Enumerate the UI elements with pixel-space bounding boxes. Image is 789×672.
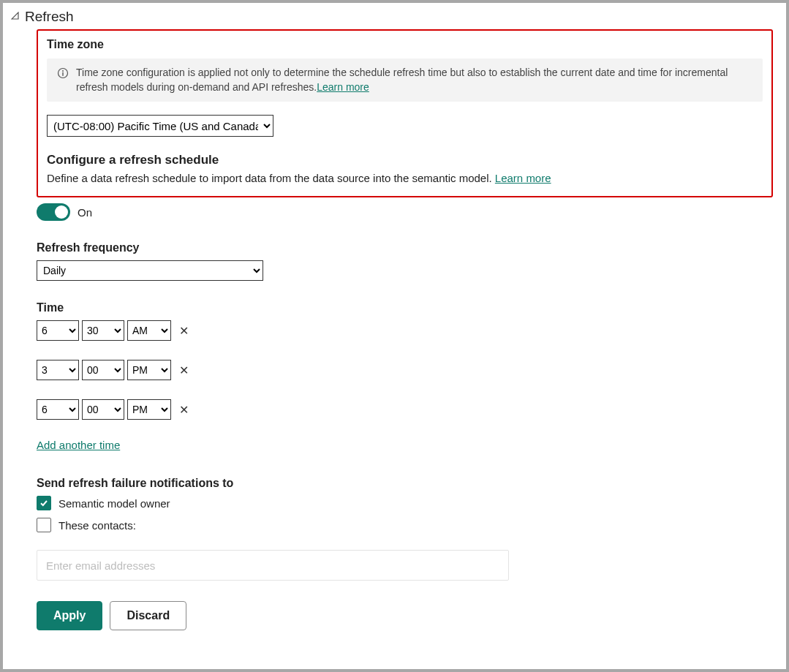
apply-button[interactable]: Apply xyxy=(37,601,102,630)
add-another-time-link[interactable]: Add another time xyxy=(37,439,120,451)
contacts-checkbox-label: These contacts: xyxy=(58,519,136,532)
time-minute-select[interactable]: 30 xyxy=(82,320,124,341)
contacts-checkbox[interactable] xyxy=(37,518,51,532)
highlight-box: Time zone Time zone configuration is app… xyxy=(37,29,773,197)
owner-checkbox[interactable] xyxy=(37,496,51,510)
schedule-desc-text: Define a data refresh schedule to import… xyxy=(47,172,495,184)
time-ampm-select[interactable]: AM xyxy=(127,320,171,341)
collapse-icon xyxy=(10,11,20,23)
remove-time-icon[interactable]: ✕ xyxy=(177,363,190,377)
notify-label: Send refresh failure notifications to xyxy=(37,477,773,490)
schedule-title: Configure a refresh schedule xyxy=(47,153,763,167)
time-hour-select[interactable]: 6 xyxy=(37,399,79,420)
frequency-label: Refresh frequency xyxy=(37,241,773,254)
timezone-info-banner: Time zone configuration is applied not o… xyxy=(47,58,763,102)
info-icon xyxy=(57,67,69,79)
timezone-title: Time zone xyxy=(47,38,763,51)
frequency-select[interactable]: Daily xyxy=(37,260,263,281)
discard-button[interactable]: Discard xyxy=(110,601,186,630)
timezone-info-body: Time zone configuration is applied not o… xyxy=(76,67,728,93)
header-title: Refresh xyxy=(25,9,74,25)
time-ampm-select[interactable]: PM xyxy=(127,399,171,420)
schedule-toggle[interactable] xyxy=(37,203,70,221)
time-hour-select[interactable]: 6 xyxy=(37,320,79,341)
time-row-1: 3 00 PM ✕ xyxy=(37,360,773,380)
refresh-settings-panel: Refresh Time zone Time zone configuratio… xyxy=(0,0,789,672)
timezone-learn-more-link[interactable]: Learn more xyxy=(317,81,369,93)
section-header[interactable]: Refresh xyxy=(10,7,779,29)
remove-time-icon[interactable]: ✕ xyxy=(177,324,190,337)
time-hour-select[interactable]: 3 xyxy=(37,360,79,380)
svg-rect-2 xyxy=(62,72,63,76)
owner-checkbox-label: Semantic model owner xyxy=(58,497,170,510)
time-minute-select[interactable]: 00 xyxy=(82,399,124,420)
schedule-learn-more-link[interactable]: Learn more xyxy=(495,172,551,184)
time-label: Time xyxy=(37,301,773,314)
time-row-0: 6 30 AM ✕ xyxy=(37,320,773,341)
contacts-email-input[interactable] xyxy=(37,550,509,581)
time-minute-select[interactable]: 00 xyxy=(82,360,124,380)
toggle-state-label: On xyxy=(78,206,92,219)
schedule-desc: Define a data refresh schedule to import… xyxy=(47,172,763,184)
time-row-2: 6 00 PM ✕ xyxy=(37,399,773,420)
remove-time-icon[interactable]: ✕ xyxy=(177,403,190,416)
timezone-select[interactable]: (UTC-08:00) Pacific Time (US and Canada) xyxy=(47,115,273,137)
svg-point-1 xyxy=(62,70,64,72)
timezone-info-text: Time zone configuration is applied not o… xyxy=(76,66,752,94)
time-ampm-select[interactable]: PM xyxy=(127,360,171,380)
